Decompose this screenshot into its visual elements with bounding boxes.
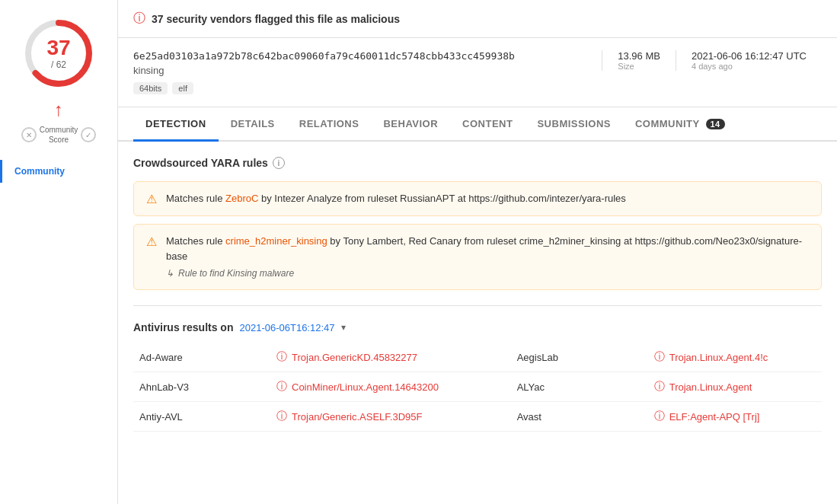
detection-avast: ⓘ ELF:Agent-APQ [Trj] <box>648 402 822 432</box>
detection-text: Trojan.Linux.Agent <box>669 381 752 393</box>
x-badge: ✕ <box>21 127 37 142</box>
score-circle: 37 / 62 <box>21 15 97 91</box>
detection-text: ELF:Agent-APQ [Trj] <box>669 411 760 423</box>
community-score-label: CommunityScore <box>40 125 78 145</box>
section-divider <box>133 305 822 306</box>
antivirus-table: Ad-Aware ⓘ Trojan.GenericKD.45832277 Aeg… <box>133 343 822 432</box>
rule-link-2[interactable]: crime_h2miner_kinsing <box>225 235 327 247</box>
file-tags: 64bits elf <box>133 82 586 94</box>
community-badge: 14 <box>706 119 725 129</box>
score-arrow-indicator: ↑ <box>54 99 63 120</box>
file-date-ago: 4 days ago <box>692 62 807 71</box>
vendor-ad-aware: Ad-Aware <box>133 343 270 372</box>
score-number: 37 <box>46 37 70 59</box>
rule-link-1[interactable]: ZebroC <box>225 193 258 204</box>
file-date-meta: 2021-06-06 16:12:47 UTC 4 days ago <box>676 50 822 71</box>
antivirus-header: Antivirus results on 2021-06-06T16:12:47… <box>133 321 822 333</box>
vendor-ahnlab: AhnLab-V3 <box>133 372 270 402</box>
vendor-alyac: ALYac <box>511 372 648 402</box>
detection-icon: ⓘ <box>654 350 665 364</box>
check-badge: ✓ <box>81 127 96 142</box>
table-row: Antiy-AVL ⓘ Trojan/Generic.ASELF.3D95F A… <box>133 402 822 432</box>
vendor-antiy: Antiy-AVL <box>133 402 270 432</box>
detection-text: Trojan.Linux.Agent.4!c <box>669 352 768 363</box>
detection-icon: ⓘ <box>654 380 665 394</box>
antivirus-date-link[interactable]: 2021-06-06T16:12:47 <box>239 322 334 333</box>
file-hash-section: 6e25ad03103a1a972b78c642bac09060fa79c460… <box>133 50 586 94</box>
detection-icon: ⓘ <box>276 350 287 364</box>
file-date-value: 2021-06-06 16:12:47 UTC <box>692 50 807 62</box>
tag-elf: elf <box>172 82 193 94</box>
tab-content[interactable]: CONTENT <box>450 107 525 140</box>
alert-icon: ⓘ <box>133 11 145 27</box>
detection-text: Trojan.GenericKD.45832277 <box>292 352 417 363</box>
detection-icon: ⓘ <box>276 410 287 423</box>
tab-relations[interactable]: RELATIONS <box>287 107 372 140</box>
table-row: AhnLab-V3 ⓘ CoinMiner/Linux.Agent.146432… <box>133 372 822 402</box>
tab-details[interactable]: DETAILS <box>219 107 287 140</box>
detection-text: CoinMiner/Linux.Agent.14643200 <box>292 381 439 393</box>
warning-icon-2: ⚠ <box>146 234 157 280</box>
tab-detection[interactable]: DETECTION <box>133 107 219 140</box>
file-name: kinsing <box>133 65 586 76</box>
tab-community[interactable]: COMMUNITY 14 <box>623 107 737 140</box>
rule-text-2: Matches rule crime_h2miner_kinsing by To… <box>166 234 809 280</box>
tab-submissions[interactable]: SUBMISSIONS <box>525 107 623 140</box>
main-content: ⓘ 37 security vendors flagged this file … <box>118 0 837 504</box>
info-icon: i <box>273 157 285 169</box>
yara-rule-2: ⚠ Matches rule crime_h2miner_kinsing by … <box>133 224 822 290</box>
vendor-avast: Avast <box>511 402 648 432</box>
detection-aegislab: ⓘ Trojan.Linux.Agent.4!c <box>648 343 822 372</box>
file-size-meta: 13.96 MB Size <box>602 50 676 71</box>
detection-ahnlab: ⓘ CoinMiner/Linux.Agent.14643200 <box>270 372 511 402</box>
file-size-value: 13.96 MB <box>618 50 660 62</box>
file-hash: 6e25ad03103a1a972b78c642bac09060fa79c460… <box>133 50 586 62</box>
alert-text: 37 security vendors flagged this file as… <box>152 13 400 25</box>
detection-text: Trojan/Generic.ASELF.3D95F <box>292 411 422 423</box>
detection-icon: ⓘ <box>654 410 665 423</box>
sidebar-nav: Community <box>0 160 117 183</box>
vendor-aegislab: AegisLab <box>511 343 648 372</box>
file-info: 6e25ad03103a1a972b78c642bac09060fa79c460… <box>118 38 837 107</box>
rule-note-2: ↳ Rule to find Kinsing malware <box>166 266 809 280</box>
yara-section-title: Crowdsourced YARA rules i <box>133 157 822 169</box>
detection-alyac: ⓘ Trojan.Linux.Agent <box>648 372 822 402</box>
content-area: Crowdsourced YARA rules i ⚠ Matches rule… <box>118 142 837 447</box>
detection-antiy: ⓘ Trojan/Generic.ASELF.3D95F <box>270 402 511 432</box>
rule-text-1: Matches rule ZebroC by Intezer Analyze f… <box>166 191 626 206</box>
file-size-label: Size <box>618 62 660 71</box>
detection-ad-aware: ⓘ Trojan.GenericKD.45832277 <box>270 343 511 372</box>
tab-behavior[interactable]: BEHAVIOR <box>371 107 450 140</box>
warning-icon-1: ⚠ <box>146 192 157 206</box>
antivirus-title: Antivirus results on <box>133 321 233 333</box>
file-meta: 13.96 MB Size 2021-06-06 16:12:47 UTC 4 … <box>602 50 822 71</box>
score-total: / 62 <box>51 59 66 70</box>
table-row: Ad-Aware ⓘ Trojan.GenericKD.45832277 Aeg… <box>133 343 822 372</box>
detection-icon: ⓘ <box>276 380 287 394</box>
sidebar-item-community[interactable]: Community <box>0 160 117 183</box>
dropdown-arrow-icon[interactable]: ▾ <box>341 322 346 333</box>
sidebar: 37 / 62 ↑ ✕ CommunityScore ✓ Community <box>0 0 118 504</box>
yara-rule-1: ⚠ Matches rule ZebroC by Intezer Analyze… <box>133 181 822 216</box>
tag-64bits: 64bits <box>133 82 168 94</box>
tabs-bar: DETECTION DETAILS RELATIONS BEHAVIOR CON… <box>118 107 837 142</box>
alert-banner: ⓘ 37 security vendors flagged this file … <box>118 0 837 38</box>
